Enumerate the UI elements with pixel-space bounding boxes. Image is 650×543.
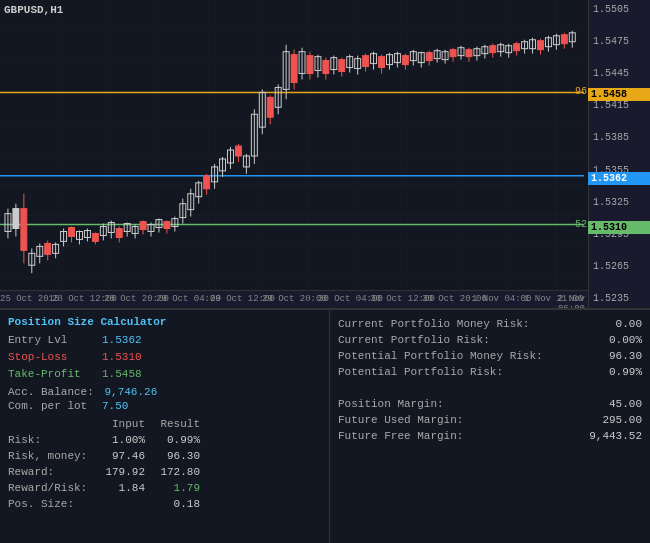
stop-loss-badge: 1.5310 (588, 221, 650, 234)
svg-rect-28 (21, 209, 27, 251)
reward-label: Reward: (8, 464, 98, 480)
price-1265: 1.5265 (591, 261, 648, 272)
entry-row: Entry Lvl 1.5362 (8, 332, 321, 348)
svg-rect-152 (514, 44, 520, 51)
com-row: Com. per lot 7.50 (8, 398, 321, 414)
pos-size-label: Pos. Size: (8, 496, 98, 512)
fut-used-margin-row: Future Used Margin: 295.00 (338, 412, 642, 428)
margin-section: Position Margin: 45.00 Future Used Margi… (338, 396, 642, 444)
curr-risk-label: Current Portfolio Risk: (338, 332, 490, 348)
price-1235: 1.5235 (591, 293, 648, 304)
col-input: Input (98, 418, 153, 430)
sl-label: 52 (575, 219, 587, 230)
fut-used-margin-value: 295.00 (582, 412, 642, 428)
svg-rect-164 (561, 35, 567, 44)
curr-money-risk-label: Current Portfolio Money Risk: (338, 316, 529, 332)
curr-risk-value: 0.00% (582, 332, 642, 348)
svg-rect-40 (69, 228, 75, 237)
pos-size-row: Pos. Size: 0.18 (8, 496, 321, 512)
risk-input: 1.00% (98, 432, 153, 448)
price-1385: 1.5385 (591, 132, 648, 143)
acc-row: Acc. Balance: 9,746.26 (8, 386, 321, 398)
rr-input: 1.84 (98, 480, 153, 496)
panel-title: Position Size Calculator (8, 316, 321, 328)
reward-row: Reward: 179.92 172.80 (8, 464, 321, 480)
rr-result: 1.79 (153, 480, 208, 496)
bottom-panel: Position Size Calculator Entry Lvl 1.536… (0, 310, 650, 543)
chart-title: GBPUSD,H1 (4, 4, 63, 16)
tp-label: 96 (575, 86, 587, 97)
svg-rect-130 (426, 53, 432, 61)
col-result: Result (153, 418, 208, 430)
svg-rect-26 (13, 209, 19, 229)
risk-result: 0.99% (153, 432, 208, 448)
table-header: Input Result (8, 418, 321, 430)
sl-value: 1.5310 (102, 349, 142, 365)
pos-margin-row: Position Margin: 45.00 (338, 396, 642, 412)
risk-row: Risk: 1.00% 0.99% (8, 432, 321, 448)
pos-size-result: 0.18 (153, 496, 208, 512)
portfolio-section: Current Portfolio Money Risk: 0.00 Curre… (338, 316, 642, 380)
pos-margin-value: 45.00 (582, 396, 642, 412)
curr-money-risk-value: 0.00 (582, 316, 642, 332)
svg-rect-96 (291, 55, 297, 83)
fut-used-margin-label: Future Used Margin: (338, 412, 463, 428)
price-axis: 1.5505 1.5475 1.5445 1.5415 1.5385 1.535… (588, 0, 650, 308)
price-1325: 1.5325 (591, 197, 648, 208)
svg-rect-136 (450, 50, 456, 57)
pot-money-risk-value: 96.30 (582, 348, 642, 364)
reward-input: 179.92 (98, 464, 153, 480)
fut-free-margin-value: 9,443.52 (582, 428, 642, 444)
svg-rect-34 (45, 243, 51, 254)
sl-row: Stop-Loss 1.5310 (8, 349, 321, 365)
pos-margin-label: Position Margin: (338, 396, 444, 412)
left-panel: Position Size Calculator Entry Lvl 1.536… (0, 310, 330, 543)
curr-risk-row: Current Portfolio Risk: 0.00% (338, 332, 642, 348)
price-1445: 1.5445 (591, 68, 648, 79)
entry-badge: 1.5362 (588, 172, 650, 185)
entry-value: 1.5362 (102, 332, 142, 348)
svg-rect-74 (204, 176, 210, 189)
risk-money-result: 96.30 (153, 448, 208, 464)
tp-value: 1.5458 (102, 366, 142, 382)
price-1415: 1.5415 (591, 100, 648, 111)
tp-row: Take-Profit 1.5458 (8, 366, 321, 382)
curr-money-risk-row: Current Portfolio Money Risk: 0.00 (338, 316, 642, 332)
com-label: Com. per lot (8, 398, 98, 414)
candlestick-chart (0, 0, 584, 308)
svg-rect-82 (235, 146, 241, 156)
svg-rect-118 (379, 57, 385, 68)
svg-rect-52 (116, 229, 122, 238)
svg-rect-104 (323, 61, 329, 74)
svg-rect-58 (140, 222, 146, 230)
com-value: 7.50 (102, 398, 128, 414)
right-panel: Current Portfolio Money Risk: 0.00 Curre… (330, 310, 650, 543)
tp-label-text: Take-Profit (8, 366, 98, 382)
chart-area: GBPUSD,H1 (0, 0, 650, 310)
acc-value: 9,746.26 (104, 386, 157, 398)
pot-risk-value: 0.99% (582, 364, 642, 380)
pot-money-risk-label: Potential Portfolio Money Risk: (338, 348, 543, 364)
entry-label: Entry Lvl (8, 332, 98, 348)
rr-row: Reward/Risk: 1.84 1.79 (8, 480, 321, 496)
acc-label: Acc. Balance: (8, 386, 94, 398)
sl-label: Stop-Loss (8, 349, 98, 365)
svg-rect-158 (538, 41, 544, 50)
risk-label: Risk: (8, 432, 98, 448)
svg-rect-124 (402, 56, 408, 65)
fut-free-margin-label: Future Free Margin: (338, 428, 463, 444)
risk-money-label: Risk, money: (8, 448, 98, 464)
pos-size-input (98, 496, 153, 512)
svg-rect-114 (363, 56, 369, 67)
svg-rect-64 (164, 222, 170, 229)
take-profit-badge: 1.5458 (588, 88, 650, 101)
pot-money-risk-row: Potential Portfolio Money Risk: 96.30 (338, 348, 642, 364)
pot-risk-label: Potential Portfolio Risk: (338, 364, 503, 380)
risk-money-row: Risk, money: 97.46 96.30 (8, 448, 321, 464)
risk-money-input: 97.46 (98, 448, 153, 464)
svg-rect-140 (466, 50, 472, 57)
svg-rect-108 (339, 60, 345, 72)
price-1505: 1.5475 (591, 36, 648, 47)
svg-rect-46 (92, 233, 98, 241)
svg-rect-90 (267, 97, 273, 117)
